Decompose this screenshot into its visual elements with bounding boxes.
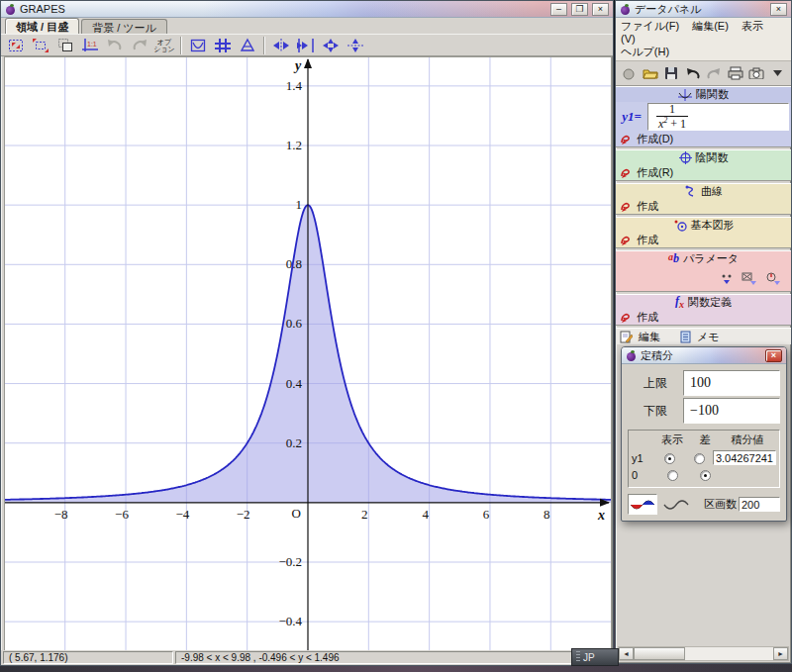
lower-limit-row: 下限 −100	[628, 397, 780, 425]
x-compress-icon	[272, 38, 290, 53]
plot-canvas[interactable]: −8−6−4−22468−0.4−0.20.20.40.60.811.21.4y…	[5, 57, 611, 650]
new-file-button[interactable]	[620, 64, 639, 83]
integral-dialog-close-button[interactable]: ×	[765, 349, 782, 362]
grid-toggle-button[interactable]	[211, 36, 235, 55]
upper-limit-row: 上限 100	[628, 369, 780, 397]
svg-text:2: 2	[361, 507, 368, 522]
data-panel-close-button[interactable]: ×	[770, 3, 787, 16]
redo-button[interactable]	[705, 64, 724, 83]
scale-marks-button[interactable]	[236, 36, 259, 55]
y-expand-icon	[346, 38, 364, 53]
explicit-function-header[interactable]: 陽関数	[616, 87, 791, 102]
signed-area-icon	[630, 498, 655, 512]
svg-text:1.2: 1.2	[286, 138, 302, 152]
axes-1to1-button[interactable]: 1:1	[78, 36, 102, 55]
minimize-button[interactable]: –	[550, 3, 567, 16]
copy-region-button[interactable]	[53, 36, 77, 55]
y1-diff-radio[interactable]	[694, 453, 705, 464]
row-y1-label: y1	[632, 452, 651, 464]
create-pen-icon	[620, 312, 633, 324]
y1-display-radio[interactable]	[664, 453, 675, 464]
language-bar-grip[interactable]	[576, 651, 580, 663]
curve-header[interactable]: 曲線	[616, 184, 791, 199]
funcdef-create-button[interactable]: 作成	[616, 310, 791, 325]
svg-text:6: 6	[483, 507, 490, 522]
implicit-function-icon	[679, 151, 692, 164]
y1-fraction: 1 x2 + 1	[656, 103, 688, 130]
options-button[interactable]: オプ ション	[152, 36, 176, 55]
plot-area[interactable]: −8−6−4−22468−0.4−0.20.20.40.60.811.21.4y…	[4, 56, 612, 651]
toolbar-dropdown-button[interactable]	[769, 64, 788, 83]
language-indicator[interactable]: JP	[583, 652, 595, 663]
graph-frame-icon	[189, 38, 207, 53]
function-definition-header[interactable]: fx 関数定義	[616, 295, 791, 310]
section-curve: 曲線 作成	[616, 183, 791, 215]
param-widget-slider-icon[interactable]	[720, 272, 734, 286]
row0-display-radio[interactable]	[667, 470, 678, 481]
plain-area-mode-button[interactable]	[661, 494, 691, 515]
svg-text:1: 1	[296, 197, 303, 212]
edit-page-icon	[620, 331, 633, 343]
parameters-header[interactable]: ab パラメータ	[616, 251, 791, 266]
zoom-region-icon	[7, 38, 25, 53]
open-file-button[interactable]	[642, 64, 660, 83]
partitions-label: 区画数	[704, 497, 737, 512]
edit-button[interactable]: 編集	[639, 330, 660, 344]
x-expand-button[interactable]	[294, 36, 318, 55]
close-button[interactable]: ×	[592, 3, 609, 16]
menu-edit[interactable]: 編集(E)	[692, 20, 729, 32]
param-widget-box-icon[interactable]	[742, 272, 757, 286]
upper-limit-input[interactable]: 100	[683, 370, 780, 396]
maximize-button[interactable]: ❐	[571, 3, 588, 16]
zoom-out-region-button[interactable]	[29, 36, 52, 55]
tab-background-tools[interactable]: 背景 / ツール	[81, 19, 167, 34]
row-0-label: 0	[632, 469, 653, 481]
xy-compress-button[interactable]	[319, 36, 343, 55]
y-expand-button[interactable]	[344, 36, 367, 55]
curve-create-button[interactable]: 作成	[616, 199, 791, 214]
implicit-create-button[interactable]: 作成(R)	[616, 165, 791, 180]
svg-text:4: 4	[422, 507, 429, 522]
print-button[interactable]	[727, 64, 745, 83]
scroll-left-arrow[interactable]: ◄	[619, 647, 634, 660]
partitions-input[interactable]: 200	[739, 497, 780, 512]
scroll-thumb[interactable]	[634, 647, 685, 660]
language-bar[interactable]: JP	[571, 648, 619, 666]
undo-view-button[interactable]	[103, 36, 127, 55]
row0-diff-radio[interactable]	[700, 470, 711, 481]
param-widget-dial-icon[interactable]	[765, 272, 781, 286]
scale-marks-icon	[239, 38, 256, 53]
toolbar-separator	[180, 37, 182, 54]
menu-file[interactable]: ファイル(F)	[621, 20, 679, 32]
signed-area-mode-button[interactable]	[628, 494, 657, 515]
data-panel-menubar: ファイル(F) 編集(E) 表示(V) ヘルプ(H)	[616, 18, 791, 61]
panel-horizontal-scrollbar[interactable]: ◄ ►	[618, 646, 789, 661]
integral-value-field[interactable]: 3.04267241	[713, 450, 776, 465]
scroll-right-arrow[interactable]: ►	[773, 647, 788, 660]
grid-icon	[214, 38, 232, 53]
integral-dialog-titlebar[interactable]: 定積分 ×	[622, 347, 786, 364]
redo-view-button[interactable]	[128, 36, 151, 55]
save-button[interactable]	[662, 64, 681, 83]
menu-help[interactable]: ヘルプ(H)	[621, 46, 669, 57]
x-compress-button[interactable]	[269, 36, 293, 55]
snapshot-button[interactable]	[747, 64, 766, 83]
y1-formula-input[interactable]: 1 x2 + 1	[647, 103, 789, 131]
grapes-window: GRAPES – ❐ × 領域 / 目盛 背景 / ツール	[0, 0, 614, 666]
undo-button[interactable]	[684, 64, 703, 83]
chevron-down-icon	[773, 70, 782, 76]
memo-button[interactable]: メモ	[697, 330, 720, 344]
data-panel-titlebar[interactable]: データパネル ×	[616, 1, 791, 18]
section-explicit-function: 陽関数 y1= 1 x2 + 1 作成(D)	[616, 86, 791, 147]
tab-region-scale[interactable]: 領域 / 目盛	[5, 18, 79, 34]
implicit-function-header[interactable]: 陰関数	[616, 150, 791, 165]
grapes-titlebar[interactable]: GRAPES – ❐ ×	[1, 1, 613, 18]
zoom-region-button[interactable]	[4, 36, 28, 55]
parameters-icon: ab	[668, 251, 679, 266]
undo-view-icon	[106, 38, 124, 53]
lower-limit-input[interactable]: −100	[683, 398, 780, 424]
basic-create-button[interactable]: 作成	[616, 233, 791, 247]
explicit-create-button[interactable]: 作成(D)	[616, 132, 791, 146]
basic-figures-header[interactable]: 基本図形	[616, 218, 791, 233]
graph-frame-button[interactable]	[186, 36, 210, 55]
